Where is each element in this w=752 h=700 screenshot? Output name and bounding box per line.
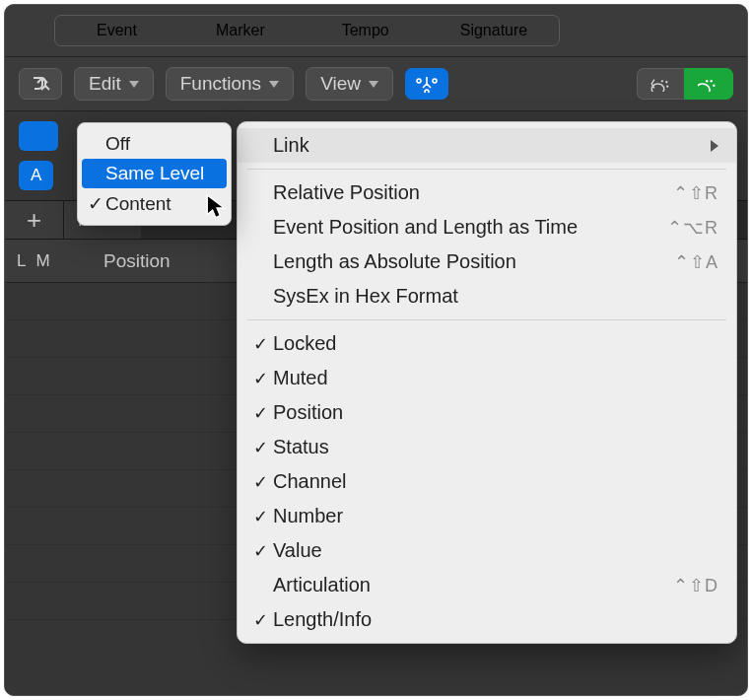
hierarchy-up-button[interactable] (19, 68, 62, 100)
palette-icon (698, 76, 719, 92)
toolbar: Edit Functions View (5, 57, 747, 111)
check-icon: ✓ (247, 402, 273, 424)
check-icon: ✓ (247, 437, 273, 458)
tab-marker[interactable]: Marker (178, 16, 303, 45)
chevron-down-icon (129, 81, 139, 88)
menu-item-event-pos-len-time[interactable]: Event Position and Length as Time ⌃⌥R (238, 210, 736, 245)
col-position[interactable]: Position (64, 250, 171, 272)
palette-icon (650, 76, 672, 92)
col-lm: L M (5, 251, 64, 271)
menu-item-label: Articulation (273, 574, 673, 596)
menu-separator (247, 169, 726, 170)
menu-item-status[interactable]: ✓ Status (238, 430, 736, 464)
menu-item-channel[interactable]: ✓ Channel (238, 464, 736, 499)
svg-point-0 (660, 80, 662, 82)
functions-menu-button[interactable]: Functions (166, 67, 294, 101)
tab-tempo[interactable]: Tempo (303, 16, 429, 45)
menu-item-relative-position[interactable]: Relative Position ⌃⇧R (238, 175, 736, 210)
menu-shortcut: ⌃⌥R (667, 217, 718, 239)
menu-item-label: Link (273, 134, 711, 157)
svg-point-5 (713, 85, 715, 87)
editor-tab-segmented: Event Marker Tempo Signature (54, 15, 560, 46)
menu-item-label: Event Position and Length as Time (273, 216, 667, 239)
up-arrow-icon (31, 75, 50, 93)
menu-item-locked[interactable]: ✓ Locked (238, 326, 736, 361)
check-icon: ✓ (247, 506, 273, 527)
submenu-item-label: Content (105, 193, 171, 215)
menu-item-label: Value (273, 539, 718, 562)
submenu-item-same-level[interactable]: Same Level (82, 159, 227, 188)
palette-next-button[interactable] (637, 68, 684, 100)
filter-icon (416, 75, 438, 93)
menu-item-label: Position (273, 401, 718, 424)
menu-item-label: Locked (273, 332, 718, 355)
chevron-down-icon (369, 81, 378, 88)
view-menu-label: View (320, 73, 361, 95)
link-submenu-popup: Off Same Level ✓ Content (77, 122, 232, 226)
menu-item-muted[interactable]: ✓ Muted (238, 361, 736, 395)
menu-item-link[interactable]: Link (238, 128, 736, 163)
submenu-item-content[interactable]: ✓ Content (78, 188, 231, 219)
menu-item-label: Length/Info (273, 608, 718, 631)
check-icon: ✓ (247, 609, 273, 631)
menu-item-value[interactable]: ✓ Value (238, 533, 736, 568)
menu-item-position[interactable]: ✓ Position (238, 395, 736, 430)
filter-button[interactable] (405, 68, 448, 100)
submenu-arrow-icon (711, 140, 718, 152)
submenu-item-label: Off (105, 133, 130, 155)
menu-shortcut: ⌃⇧D (673, 575, 718, 596)
menu-separator (247, 319, 726, 320)
region-pill[interactable] (19, 121, 58, 151)
editor-tab-bar: Event Marker Tempo Signature (5, 5, 747, 57)
menu-item-label: Relative Position (273, 181, 673, 204)
functions-menu-label: Functions (180, 73, 261, 95)
menu-item-label: Muted (273, 367, 718, 389)
check-icon: ✓ (247, 471, 273, 493)
svg-point-2 (666, 86, 668, 88)
menu-item-label: Status (273, 436, 718, 458)
menu-shortcut: ⌃⇧A (674, 251, 718, 273)
menu-shortcut: ⌃⇧R (673, 182, 718, 204)
view-menu-popup: Link Relative Position ⌃⇧R Event Positio… (237, 121, 737, 644)
region-pill-a-label: A (31, 166, 41, 185)
tab-event[interactable]: Event (55, 16, 178, 45)
submenu-item-off[interactable]: Off (78, 129, 231, 159)
menu-item-number[interactable]: ✓ Number (238, 499, 736, 533)
tab-signature[interactable]: Signature (429, 16, 560, 45)
edit-menu-label: Edit (89, 73, 121, 95)
svg-point-3 (706, 80, 708, 82)
menu-item-label: SysEx in Hex Format (273, 285, 718, 308)
svg-point-1 (665, 81, 667, 83)
col-l[interactable]: L (17, 251, 26, 271)
view-menu-button[interactable]: View (306, 67, 393, 101)
col-m[interactable]: M (35, 251, 49, 271)
menu-item-label: Number (273, 505, 718, 527)
palette-button[interactable] (684, 68, 733, 100)
event-list-window: Event Marker Tempo Signature Edit Functi… (4, 4, 748, 696)
menu-item-sysex-hex[interactable]: SysEx in Hex Format (238, 279, 736, 314)
check-icon: ✓ (247, 368, 273, 389)
menu-item-articulation[interactable]: Articulation ⌃⇧D (238, 568, 736, 602)
region-pill-a[interactable]: A (19, 161, 53, 190)
check-icon: ✓ (247, 540, 273, 562)
menu-item-label: Length as Absolute Position (273, 250, 674, 273)
submenu-item-label: Same Level (105, 163, 204, 184)
check-icon: ✓ (86, 192, 105, 215)
check-icon: ✓ (247, 333, 273, 355)
chevron-down-icon (269, 81, 279, 88)
menu-item-label: Channel (273, 470, 718, 493)
edit-menu-button[interactable]: Edit (74, 67, 154, 101)
svg-point-4 (710, 80, 712, 82)
add-event-button[interactable]: + (5, 201, 64, 239)
menu-item-len-abs-pos[interactable]: Length as Absolute Position ⌃⇧A (238, 245, 736, 279)
menu-item-length-info[interactable]: ✓ Length/Info (238, 602, 736, 637)
